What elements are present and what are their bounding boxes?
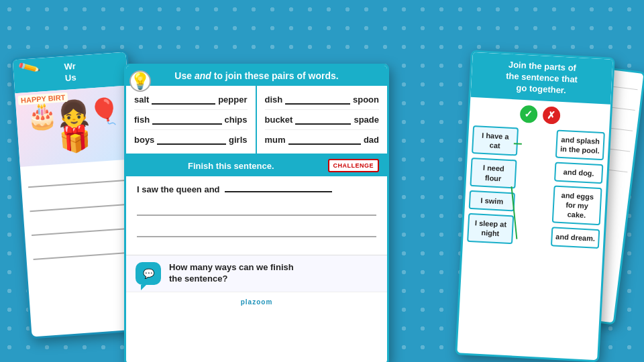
and-title: Use and to join these pairs of words.: [133, 70, 380, 81]
tick-icon: ✓: [519, 105, 537, 123]
cross-icon: ✗: [542, 106, 560, 124]
section-finish: Finish this sentence. CHALLENGE I saw th…: [126, 155, 387, 255]
chat-icon-symbol: 💬: [143, 268, 154, 279]
match-left-item-4: I sleep at night: [467, 213, 514, 244]
blank-5: [295, 115, 351, 125]
blank-1: [152, 95, 215, 105]
word-salt: salt: [134, 95, 149, 105]
word-spoon: spoon: [353, 95, 379, 105]
blank-6: [288, 135, 361, 145]
match-right-item-2: and dog.: [554, 162, 603, 184]
words-col-left: salt pepper fish chips boys girls: [126, 86, 257, 154]
card-left-title2: Us: [65, 72, 77, 83]
words-col-right: dish spoon bucket spade mum dad: [257, 86, 388, 154]
word-bucket: bucket: [265, 115, 293, 125]
writing-line-2: [29, 192, 129, 212]
word-girls: girls: [229, 135, 247, 145]
word-pepper: pepper: [218, 95, 247, 105]
word-pair-3: boys girls: [134, 130, 248, 149]
footer-area: plazoom: [126, 292, 387, 310]
word-pair-2: fish chips: [134, 110, 248, 130]
finish-body: I saw the queen and: [126, 176, 387, 255]
finish-title: Finish this sentence.: [134, 161, 328, 171]
finish-lines: [137, 204, 376, 237]
card-left-title: Wr: [64, 61, 76, 72]
section-howmany: 💬 How many ways can we finish the senten…: [126, 255, 387, 292]
sentence-start: I saw the queen and: [137, 184, 376, 194]
word-fish: fish: [134, 115, 150, 125]
writing-lines: [20, 159, 141, 279]
blank-4: [285, 95, 350, 105]
join-header: Join the parts of the sentence that go t…: [470, 52, 612, 105]
finish-line-1: [137, 204, 376, 216]
word-pair-6: mum dad: [265, 130, 380, 149]
blank-3: [157, 135, 226, 145]
writing-line-1: [28, 168, 128, 188]
match-left-item-1: I have a cat: [472, 125, 519, 156]
finish-line-2: [137, 225, 376, 237]
match-right-item-3: and eggs for my cake.: [552, 185, 602, 226]
match-right-column: and splash in the pool. and dog. and egg…: [546, 129, 605, 334]
word-dad: dad: [364, 135, 379, 145]
match-right-item-4: and dream.: [551, 227, 600, 249]
match-left-item-2: I need flour: [470, 158, 517, 188]
word-spade: spade: [354, 115, 379, 125]
match-right-item-1: and splash in the pool.: [555, 129, 605, 160]
match-left-item-3: I swim: [469, 190, 515, 212]
challenge-badge: CHALLENGE: [328, 159, 380, 172]
words-grid: salt pepper fish chips boys girls dish s…: [126, 86, 387, 155]
card-main: Use and to join these pairs of words. sa…: [124, 64, 389, 362]
blank-2: [152, 115, 221, 125]
word-chips: chips: [225, 115, 248, 125]
word-pair-5: bucket spade: [265, 110, 380, 130]
card-join-sentences: Join the parts of the sentence that go t…: [455, 50, 615, 362]
word-mum: mum: [265, 135, 286, 145]
howmany-text: How many ways can we finish the sentence…: [169, 262, 294, 285]
word-boys: boys: [134, 135, 154, 145]
birthday-image: 🎂👧🎈🎁 HAPPY BIRT: [15, 85, 133, 167]
word-dish: dish: [265, 95, 283, 105]
join-title: Join the parts of the sentence that go t…: [476, 58, 607, 99]
match-left-column: I have a cat I need flour I swim I sleep…: [462, 125, 519, 330]
birthday-emoji: 🎂👧🎈🎁: [15, 97, 132, 156]
chat-bubble-icon: 💬: [136, 262, 161, 285]
word-pair-4: dish spoon: [265, 90, 380, 110]
word-pair-1: salt pepper: [134, 90, 248, 110]
sentence-blank: [225, 191, 332, 192]
finish-header: Finish this sentence. CHALLENGE: [126, 155, 387, 176]
matching-area: I have a cat I need flour I swim I sleep…: [458, 122, 609, 337]
section-and-header: Use and to join these pairs of words.: [126, 66, 387, 86]
writing-line-4: [32, 239, 133, 259]
lightbulb-icon: 💡: [129, 70, 151, 92]
writing-line-3: [31, 215, 131, 235]
plazoom-label: plazoom: [241, 298, 273, 306]
